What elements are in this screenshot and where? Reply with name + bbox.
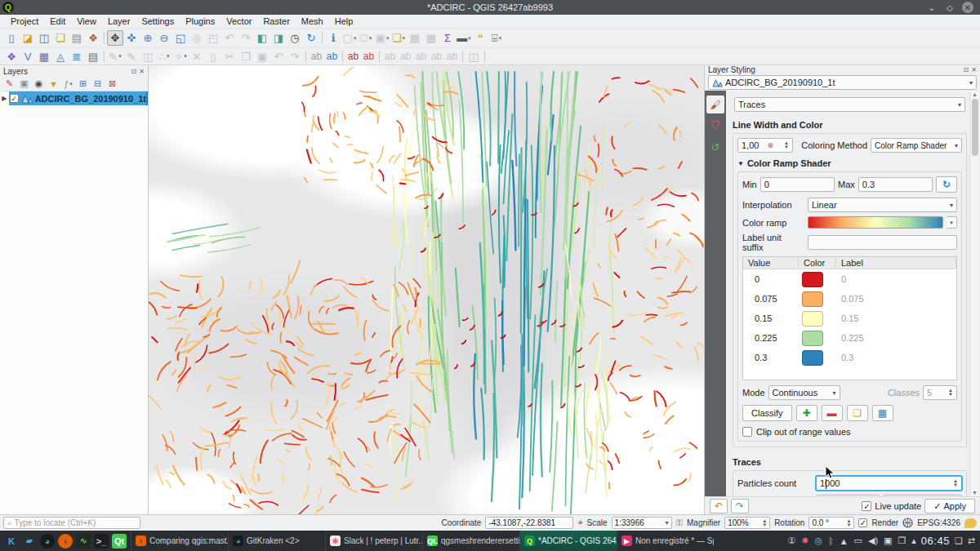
statistics-icon[interactable]: Σ bbox=[439, 30, 456, 46]
identify-features-icon[interactable]: ℹ bbox=[325, 30, 341, 46]
collapse-all-icon[interactable]: ⊟ bbox=[91, 78, 105, 91]
save-color-map-button[interactable]: ▦ bbox=[872, 405, 893, 421]
apply-button[interactable]: ✓ Apply bbox=[924, 499, 975, 513]
updates-icon[interactable]: ✸ bbox=[801, 535, 808, 546]
task-qgis-main[interactable]: Q*ADCIRC - QGIS 26427... bbox=[519, 531, 617, 551]
shader-table[interactable]: ValueColorLabel 000.0750.0750.150.150.22… bbox=[742, 256, 957, 380]
history-tab-icon[interactable]: ↺ bbox=[706, 138, 724, 156]
zoom-full-icon[interactable]: ◱ bbox=[172, 30, 189, 46]
live-update-checkbox[interactable]: ✓ bbox=[862, 501, 871, 511]
layer-visibility-checkbox[interactable]: ✓ bbox=[10, 94, 19, 103]
menu-view[interactable]: View bbox=[71, 16, 102, 27]
vault-icon[interactable]: ❐ bbox=[898, 535, 906, 546]
scrollbar-thumb[interactable] bbox=[972, 99, 978, 156]
remove-highlight-icon[interactable]: ❏▾ bbox=[390, 30, 407, 46]
magnifier-spinbox[interactable]: 100%▲▼ bbox=[724, 517, 770, 529]
min-input[interactable]: 0 bbox=[760, 177, 835, 192]
style-undo-button[interactable]: ↶ bbox=[710, 499, 728, 513]
expand-tray-icon[interactable]: ▴ bbox=[911, 535, 916, 546]
float-panel-icon[interactable]: ⊡ bbox=[131, 68, 137, 75]
close-button[interactable]: ✕ bbox=[962, 2, 973, 13]
notifications-icon[interactable]: ① bbox=[787, 535, 795, 546]
virtual-desktop-icon[interactable]: ❑ bbox=[950, 535, 968, 546]
styling-layer-selector[interactable]: ADCIRC_BG_20190910_1t bbox=[708, 75, 977, 90]
temporal-controller-icon[interactable]: ◷ bbox=[287, 30, 303, 46]
layer-labeling-icon[interactable]: ab bbox=[309, 49, 324, 64]
task-gitkraken[interactable]: ◕GitKraken <2> bbox=[228, 531, 325, 551]
remove-layer-icon[interactable]: ⊠ bbox=[105, 78, 119, 91]
menu-mesh[interactable]: Mesh bbox=[296, 16, 329, 27]
interpolation-combo[interactable]: Linear bbox=[808, 198, 957, 212]
menu-help[interactable]: Help bbox=[329, 16, 359, 27]
line-width-spinbox[interactable]: 1,00 ⊗ ▲▼ bbox=[737, 138, 793, 153]
measure-icon[interactable]: ▬▾ bbox=[456, 30, 472, 46]
clear-icon[interactable]: ⊗ bbox=[767, 141, 773, 149]
mode-combo[interactable]: Continuous bbox=[768, 385, 840, 400]
color-swatch[interactable] bbox=[802, 272, 823, 287]
zoom-out-icon[interactable]: ⊖ bbox=[156, 30, 172, 46]
scroll-up-icon[interactable]: ▲ bbox=[972, 91, 978, 97]
3d-view-tab-icon[interactable]: ⛉ bbox=[706, 117, 724, 135]
task-firefox[interactable]: ◗Comparing qgis:mast... bbox=[131, 531, 228, 551]
open-project-icon[interactable]: ◪ bbox=[20, 30, 36, 46]
load-color-map-button[interactable]: ❏ bbox=[847, 405, 868, 421]
konsole-icon[interactable]: >_ bbox=[94, 534, 109, 549]
firefox-launcher-icon[interactable]: ◗ bbox=[58, 534, 73, 549]
color-swatch[interactable] bbox=[802, 311, 823, 327]
menu-layer[interactable]: Layer bbox=[102, 16, 136, 27]
text-annotation-icon[interactable]: ⌹▾ bbox=[488, 30, 505, 46]
shader-row[interactable]: 0.2250.225 bbox=[743, 328, 956, 348]
classify-button[interactable]: Classify bbox=[742, 405, 792, 421]
add-database-layer-icon[interactable]: ▤ bbox=[85, 49, 101, 64]
shader-col-header[interactable]: Label bbox=[836, 258, 956, 268]
style-type-combo[interactable]: Traces bbox=[734, 97, 965, 112]
expand-layer-icon[interactable]: ▶ bbox=[0, 95, 9, 102]
add-delimited-text-layer-icon[interactable]: ≣ bbox=[69, 49, 85, 64]
label-unit-suffix-input[interactable] bbox=[808, 235, 957, 250]
shader-col-header[interactable]: Value bbox=[743, 258, 799, 268]
kdeconnect-icon[interactable]: ◎ bbox=[814, 535, 822, 546]
remove-value-button[interactable]: ▬ bbox=[822, 405, 843, 421]
new-project-icon[interactable]: ▯ bbox=[3, 30, 20, 46]
filter-by-expression-icon[interactable]: ƒ▾ bbox=[61, 78, 75, 91]
messages-icon[interactable] bbox=[964, 518, 977, 528]
menu-edit[interactable]: Edit bbox=[44, 16, 71, 27]
filter-legend-icon[interactable]: ▼ bbox=[47, 78, 60, 91]
float-panel-icon[interactable]: ⊡ bbox=[964, 66, 969, 73]
color-swatch[interactable] bbox=[802, 331, 823, 346]
close-panel-icon[interactable]: ✕ bbox=[971, 66, 977, 73]
map-tips-icon[interactable]: ❝ bbox=[472, 30, 488, 46]
color-swatch[interactable] bbox=[802, 291, 823, 307]
scale-combo[interactable]: 1:33966 bbox=[612, 517, 672, 529]
clipboard-icon[interactable]: ▣ bbox=[884, 535, 892, 546]
add-raster-layer-icon[interactable]: ▦ bbox=[36, 49, 52, 64]
zoom-in-icon[interactable]: ⊕ bbox=[140, 30, 156, 46]
volume-icon[interactable]: ◀) bbox=[868, 535, 878, 546]
locator-input[interactable]: ⌕ Type to locate (Ctrl+K) bbox=[3, 517, 140, 529]
menu-vector[interactable]: Vector bbox=[220, 16, 257, 27]
layout-manager-icon[interactable]: ▤ bbox=[69, 30, 85, 46]
max-input[interactable]: 0.3 bbox=[858, 177, 933, 192]
labeling-options-icon[interactable]: ab bbox=[345, 49, 361, 64]
refresh-icon[interactable]: ↻ bbox=[303, 30, 319, 46]
add-group-icon[interactable]: ▣ bbox=[17, 78, 31, 91]
rotation-spinbox[interactable]: 0.0 °▲▼ bbox=[808, 517, 854, 529]
panel-settings-icon[interactable]: ⇄ bbox=[968, 535, 980, 546]
menu-settings[interactable]: Settings bbox=[136, 16, 180, 27]
add-value-button[interactable]: ✚ bbox=[796, 405, 817, 421]
new-map-view-icon[interactable]: ◧ bbox=[254, 30, 270, 46]
shader-row[interactable]: 00 bbox=[743, 269, 956, 289]
kde-menu-icon[interactable]: K bbox=[4, 534, 19, 549]
wifi-icon[interactable]: ▲ bbox=[840, 536, 849, 546]
menu-plugins[interactable]: Plugins bbox=[180, 16, 220, 27]
new-3d-map-view-icon[interactable]: ◨ bbox=[270, 30, 287, 46]
open-layer-styling-icon[interactable]: ✎ bbox=[2, 78, 16, 91]
extents-toggle-icon[interactable]: ⌖ bbox=[577, 518, 582, 528]
display-icon[interactable]: ▭ bbox=[854, 535, 862, 546]
system-monitor-icon[interactable]: ∿ bbox=[76, 534, 91, 549]
layer-row[interactable]: ▶ ✓ ADCIRC_BG_20190910_1t bbox=[0, 91, 148, 105]
clip-checkbox[interactable] bbox=[742, 427, 752, 437]
collapse-arrow-icon[interactable]: ▼ bbox=[737, 160, 744, 167]
data-source-manager-icon[interactable]: ❖ bbox=[3, 49, 20, 64]
gitkraken-launcher-icon[interactable]: ◕ bbox=[40, 534, 55, 549]
